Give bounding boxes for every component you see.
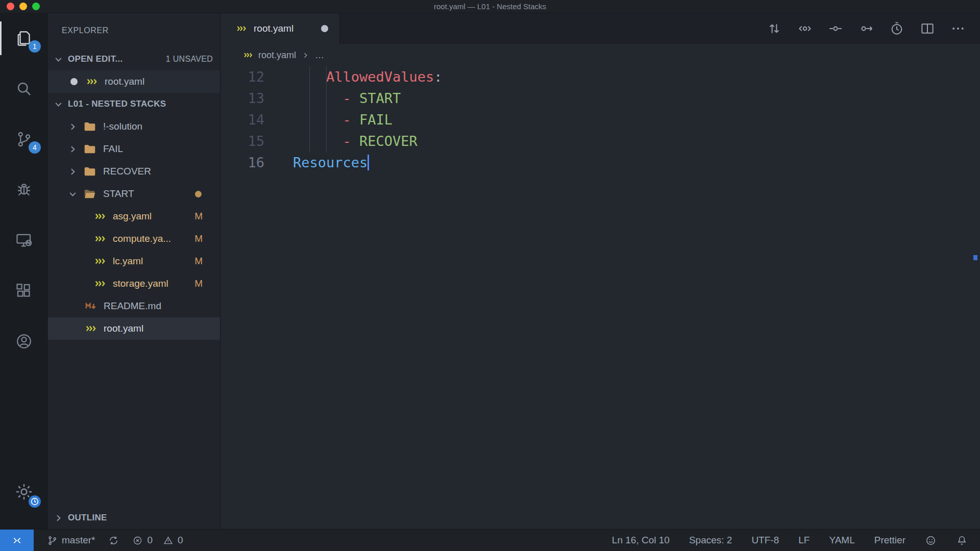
line-number: 16 xyxy=(220,152,293,173)
next-change-icon[interactable] xyxy=(859,21,874,36)
md-file-icon xyxy=(85,300,97,312)
remote-indicator[interactable] xyxy=(0,530,34,551)
activity-source-control-button[interactable]: 4 xyxy=(0,122,48,156)
folder-icon xyxy=(83,120,96,133)
sync-button[interactable] xyxy=(108,535,119,546)
tree-file-asg-yaml[interactable]: asg.yamlM xyxy=(48,205,220,228)
folder-icon xyxy=(83,187,96,201)
editor-group: root.yaml root.yaml … 12 AllowedValues:1… xyxy=(220,13,980,529)
folder-modified-dot xyxy=(195,191,202,197)
feedback-smiley-icon[interactable] xyxy=(925,535,937,546)
code-line-16[interactable]: 16Resources xyxy=(220,152,980,173)
outline-header[interactable]: OUTLINE xyxy=(48,507,220,529)
explorer-badge: 1 xyxy=(29,40,41,53)
chevron-right-icon xyxy=(53,513,64,523)
sidebar-title: EXPLORER xyxy=(48,13,220,48)
tree-folder-fail[interactable]: FAIL xyxy=(48,138,220,160)
timer-icon[interactable] xyxy=(889,21,904,36)
dirty-dot[interactable] xyxy=(321,25,328,32)
line-number: 14 xyxy=(220,109,293,131)
vscode-window: root.yaml — L01 - Nested Stacks 14 EXPLO… xyxy=(0,0,980,551)
code-line-14[interactable]: 14 - FAIL xyxy=(220,109,980,131)
yaml-file-icon xyxy=(94,278,106,290)
tree-file-lc-yaml[interactable]: lc.yamlM xyxy=(48,250,220,272)
yaml-file-icon xyxy=(86,76,98,88)
remote-explorer-icon xyxy=(15,231,33,249)
chevron-down-icon xyxy=(53,99,64,110)
status-bar: master* 0 0 Ln 16, Col 10Spaces: 2UTF-8L… xyxy=(0,529,980,551)
project-section-header[interactable]: L01 - NESTED STACKS xyxy=(48,93,220,115)
chevron-right-icon xyxy=(67,144,78,155)
text-cursor xyxy=(368,155,369,170)
status-language-mode[interactable]: YAML xyxy=(829,535,854,546)
explorer-sidebar: EXPLORER OPEN EDIT... 1 UNSAVED root.yam… xyxy=(48,13,220,529)
git-branch-item[interactable]: master* xyxy=(47,535,95,546)
activity-search-button[interactable] xyxy=(0,72,48,106)
tree-file-root-yaml[interactable]: root.yaml xyxy=(48,317,220,340)
status-encoding[interactable]: UTF-8 xyxy=(751,535,779,546)
problems-item[interactable]: 0 0 xyxy=(132,535,183,546)
open-editors-header[interactable]: OPEN EDIT... 1 UNSAVED xyxy=(48,48,220,70)
tree-file-compute-ya-[interactable]: compute.ya...M xyxy=(48,228,220,250)
status-indentation[interactable]: Spaces: 2 xyxy=(689,535,732,546)
yaml-file-icon xyxy=(94,210,106,222)
code-line-12[interactable]: 12 AllowedValues: xyxy=(220,66,980,88)
tree-folder-start[interactable]: START xyxy=(48,183,220,205)
more-actions-icon[interactable] xyxy=(950,21,966,36)
code-editor[interactable]: 12 AllowedValues:13 - START14 - FAIL15 -… xyxy=(220,66,980,529)
code-line-13[interactable]: 13 - START xyxy=(220,88,980,109)
account-icon xyxy=(15,332,33,350)
status-eol[interactable]: LF xyxy=(798,535,810,546)
code-line-15[interactable]: 15 - RECOVER xyxy=(220,131,980,152)
window-controls xyxy=(0,3,40,10)
dirty-dot xyxy=(70,78,78,85)
activity-extensions-button[interactable] xyxy=(0,274,48,308)
annotate-icon[interactable] xyxy=(828,21,843,36)
settings-button[interactable] xyxy=(0,475,48,509)
extensions-icon xyxy=(15,282,33,300)
notifications-bell-icon[interactable] xyxy=(956,535,968,546)
chevron-right-icon xyxy=(67,166,78,177)
git-modified-badge: M xyxy=(194,278,203,289)
activity-explorer-button[interactable]: 1 xyxy=(0,21,48,55)
activity-bar: 14 xyxy=(0,13,48,529)
open-editor-item[interactable]: root.yaml xyxy=(48,70,220,93)
tree-folder--solution[interactable]: !-solution xyxy=(48,115,220,138)
status-formatter[interactable]: Prettier xyxy=(874,535,905,546)
previous-change-icon[interactable] xyxy=(797,21,813,36)
activity-debug-button[interactable] xyxy=(0,173,48,207)
git-modified-badge: M xyxy=(194,256,203,267)
tab-root-yaml[interactable]: root.yaml xyxy=(220,13,340,44)
tab-bar: root.yaml xyxy=(220,13,980,44)
title-bar: root.yaml — L01 - Nested Stacks xyxy=(0,0,980,13)
error-icon xyxy=(132,535,143,546)
folder-icon xyxy=(83,142,96,156)
minimize-button[interactable] xyxy=(19,3,27,10)
status-cursor-position[interactable]: Ln 16, Col 10 xyxy=(612,535,670,546)
activity-remote-explorer-button[interactable] xyxy=(0,223,48,257)
editor-actions xyxy=(767,13,980,44)
source-control-badge: 4 xyxy=(29,141,41,154)
split-editor-icon[interactable] xyxy=(920,21,935,36)
debug-icon xyxy=(15,181,33,199)
chevron-right-icon xyxy=(301,51,310,60)
zoom-button[interactable] xyxy=(32,3,40,10)
line-number: 12 xyxy=(220,66,293,88)
yaml-file-icon xyxy=(236,23,247,34)
git-modified-badge: M xyxy=(194,211,203,222)
close-button[interactable] xyxy=(7,3,14,10)
line-number: 15 xyxy=(220,131,293,152)
tree-file-storage-yaml[interactable]: storage.yamlM xyxy=(48,272,220,295)
chevron-down-icon xyxy=(53,54,64,65)
tree-folder-recover[interactable]: RECOVER xyxy=(48,160,220,183)
overview-ruler-mark xyxy=(973,255,977,260)
line-number: 13 xyxy=(220,88,293,109)
tree-file-readme-md[interactable]: README.md xyxy=(48,295,220,317)
yaml-file-icon xyxy=(85,322,97,335)
indent-guide xyxy=(326,66,327,152)
activity-account-button[interactable] xyxy=(0,324,48,358)
warning-icon xyxy=(163,535,174,546)
breadcrumb[interactable]: root.yaml … xyxy=(220,44,980,66)
sync-icon xyxy=(108,535,119,546)
open-changes-icon[interactable] xyxy=(767,21,782,36)
